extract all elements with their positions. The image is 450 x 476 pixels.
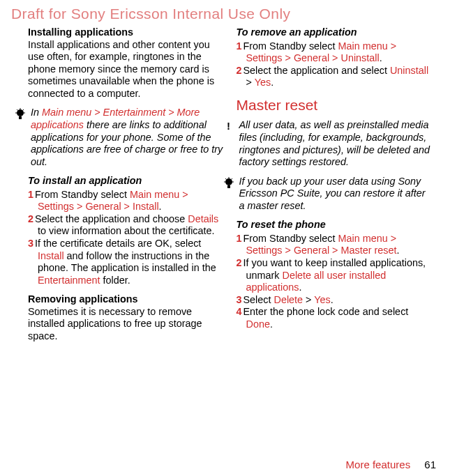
heading-installing: Installing applications xyxy=(28,26,225,39)
tip-more-apps: In Main menu > Entertainment > More appl… xyxy=(15,107,225,168)
menu-path: Details xyxy=(188,213,218,224)
reset-step-3: 3Select Delete > Yes. xyxy=(237,294,434,307)
step-text-c: folder. xyxy=(100,275,130,286)
step-dot: . xyxy=(159,201,162,212)
step-text-b: and follow the instructions in the phone… xyxy=(38,250,216,274)
svg-line-13 xyxy=(225,178,227,180)
heading-master-reset: Master reset xyxy=(237,96,434,114)
right-column: To remove an application 1From Standby s… xyxy=(237,25,434,350)
menu-path-2: Yes xyxy=(255,77,271,88)
reset-steps: 1From Standby select Main menu > Setting… xyxy=(237,233,434,331)
heading-to-install: To install an application xyxy=(28,175,225,187)
draft-notice: Draft for Sony Ericsson Internal Use Onl… xyxy=(11,6,443,22)
step-text: Select xyxy=(243,294,274,305)
step-number: 3 xyxy=(237,294,243,305)
svg-rect-7 xyxy=(19,116,22,119)
svg-line-14 xyxy=(231,178,232,180)
step-number: 1 xyxy=(28,189,35,200)
menu-path-2: Yes xyxy=(314,294,330,305)
install-step-2: 2Select the application and choose Detai… xyxy=(28,213,225,238)
heading-to-reset: To reset the phone xyxy=(237,219,434,231)
left-column: Installing applications Install applicat… xyxy=(28,25,225,350)
tip-prefix: In xyxy=(31,107,42,118)
lightbulb-icon xyxy=(15,108,25,121)
heading-to-remove: To remove an application xyxy=(237,26,434,39)
removing-para: Sometimes it is necessary to remove inst… xyxy=(28,306,225,343)
menu-path: Delete xyxy=(274,294,303,305)
tip-text: In Main menu > Entertainment > More appl… xyxy=(31,107,225,168)
step-number: 2 xyxy=(237,257,243,268)
install-step-3: 3If the certificate details are OK, sele… xyxy=(28,238,225,286)
remove-step-2: 2Select the application and select Unins… xyxy=(237,65,434,89)
step-dot: . xyxy=(271,77,273,88)
sep: > xyxy=(246,77,255,88)
svg-line-5 xyxy=(17,109,18,111)
install-step-1: 1From Standby select Main menu > Setting… xyxy=(28,189,225,213)
install-steps: 1From Standby select Main menu > Setting… xyxy=(28,189,225,287)
step-number: 4 xyxy=(237,306,243,317)
columns: Installing applications Install applicat… xyxy=(7,25,443,350)
step-text: Select the application and select xyxy=(243,65,390,76)
step-text: If the certificate details are OK, selec… xyxy=(35,238,201,249)
step-text: From Standby select xyxy=(243,233,338,244)
footer-page-number: 61 xyxy=(424,459,436,470)
menu-path-2: Entertainment xyxy=(38,275,100,286)
svg-line-6 xyxy=(23,109,24,111)
step-text: From Standby select xyxy=(243,40,338,52)
heading-removing: Removing applications xyxy=(28,293,225,306)
menu-path: Install xyxy=(38,250,64,261)
lightbulb-icon xyxy=(224,177,234,190)
page-footer: More features 61 xyxy=(346,459,436,470)
step-number: 1 xyxy=(237,233,243,244)
step-dot: . xyxy=(331,294,333,305)
exclamation-icon: ! xyxy=(224,120,234,132)
sep: > xyxy=(303,294,314,305)
menu-path: Done xyxy=(246,318,270,330)
step-text: From Standby select xyxy=(35,189,130,200)
reset-step-4: 4Enter the phone lock code and select Do… xyxy=(237,306,434,330)
menu-path: Uninstall xyxy=(390,65,428,76)
step-dot: . xyxy=(270,318,273,330)
remove-step-1: 1From Standby select Main menu > Setting… xyxy=(237,40,434,65)
remove-steps: 1From Standby select Main menu > Setting… xyxy=(237,40,434,89)
step-text-b: to view information about the certificat… xyxy=(38,225,215,236)
step-dot: . xyxy=(299,282,302,293)
tip-backup: If you back up your user data using Sony… xyxy=(224,176,434,213)
step-number: 3 xyxy=(28,238,35,249)
step-dot: . xyxy=(380,52,382,63)
warning-text: All user data, as well as preinstalled m… xyxy=(239,119,434,168)
reset-step-2: 2If you want to keep installed applicati… xyxy=(237,257,434,294)
warning-note: ! All user data, as well as preinstalled… xyxy=(224,119,434,168)
tip-text: If you back up your user data using Sony… xyxy=(239,176,434,213)
step-text: Select the application and choose xyxy=(35,213,188,224)
intro-para: Install applications and other content y… xyxy=(28,39,225,100)
footer-section: More features xyxy=(346,459,411,470)
reset-step-1: 1From Standby select Main menu > Setting… xyxy=(237,233,434,257)
step-number: 2 xyxy=(28,213,35,224)
svg-rect-15 xyxy=(227,185,230,188)
step-text: Enter the phone lock code and select xyxy=(243,306,409,317)
step-number: 2 xyxy=(237,65,243,76)
step-dot: . xyxy=(396,245,399,256)
step-number: 1 xyxy=(237,40,243,52)
